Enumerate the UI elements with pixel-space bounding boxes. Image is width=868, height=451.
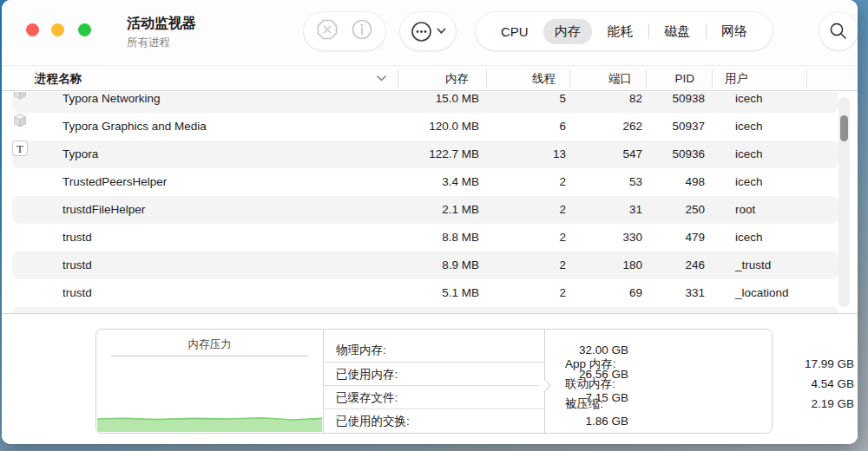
column-threads[interactable]: 线程 [475,66,556,91]
table-row[interactable]: trustdFileHelper2.1 MB231250root [12,196,838,224]
cube-icon [12,92,28,101]
chevron-down-icon [437,28,446,35]
column-pid[interactable]: PID [614,66,694,91]
stat-compressed: 被压缩: 2.19 GB [565,392,854,415]
pressure-baseline [111,356,308,356]
tab-network[interactable]: 网络 [710,19,759,44]
process-name: Typora [62,141,98,168]
more-options-button[interactable] [400,12,456,50]
process-pid: 250 [624,196,705,224]
process-threads: 2 [485,168,566,196]
tab-divider [706,23,707,39]
process-pid: 479 [624,224,705,252]
zoom-window-button[interactable] [78,23,91,36]
scrollbar-track[interactable] [838,97,850,307]
stats-group: 内存压力 物理内存: 32.00 GB 已使用内存: 26.56 GB [95,329,773,434]
process-memory: 120.0 MB [385,113,479,141]
table-row-partial[interactable] [12,307,838,313]
process-threads: 5 [485,92,566,113]
process-pid: 50936 [624,141,705,168]
memory-pressure-graph [97,415,322,432]
activity-monitor-window: 活动监视器 所有进程 [2,0,858,444]
process-pid: 331 [624,279,705,307]
stop-process-button[interactable] [316,18,339,44]
column-user[interactable]: 用户 [725,66,748,91]
process-name: TrustedPeersHelper [62,168,167,196]
process-threads: 13 [485,141,566,168]
process-pid: 246 [624,252,705,279]
desktop-background: 活动监视器 所有进程 [0,0,868,451]
process-user: _locationd [735,279,839,307]
cube-icon [12,113,28,128]
process-memory: 15.0 MB [385,92,479,113]
process-name: trustd [62,252,92,279]
process-threads: 2 [485,196,566,224]
process-table: trustd5.1 MB269331_locationdtrustd8.9 MB… [2,92,858,313]
column-separator [806,69,807,88]
table-row[interactable]: Typora Networking15.0 MB58250938icech [12,92,838,113]
column-separator [36,69,37,88]
process-name: Typora Graphics and Media [62,113,207,141]
process-memory: 2.1 MB [385,196,479,224]
process-memory: 8.9 MB [385,252,479,279]
tab-energy[interactable]: 能耗 [595,19,644,44]
process-memory: 8.8 MB [385,224,479,252]
process-user: icech [735,224,839,252]
process-memory: 3.4 MB [385,168,479,196]
column-process-name[interactable]: 进程名称 [35,66,82,91]
tab-cpu[interactable]: CPU [490,20,540,43]
process-name: trustd [62,279,92,307]
process-pid: 50938 [624,92,705,113]
memory-pressure-title: 内存压力 [96,337,323,352]
process-user: icech [735,168,839,196]
cube-icon [12,118,28,131]
process-pid: 498 [624,168,705,196]
process-action-group [304,12,385,50]
process-user: root [735,196,839,224]
process-name: trustdFileHelper [62,196,145,224]
window-subtitle: 所有进程 [127,36,170,50]
close-window-button[interactable] [26,23,39,36]
process-name: trustd [62,224,92,252]
table-header: 进程名称 内存 线程 端口 PID 用户 [2,65,858,91]
scrollbar-thumb[interactable] [840,115,848,141]
tab-disk[interactable]: 磁盘 [653,19,701,44]
process-user: icech [735,113,839,141]
view-tabs: CPU 内存 能耗 磁盘 网络 [476,12,773,50]
process-user: icech [735,92,839,113]
process-user: _trustd [735,252,839,279]
titlebar: 活动监视器 所有进程 [2,0,858,65]
process-memory: 5.1 MB [385,279,479,307]
search-button[interactable] [819,12,858,50]
process-threads: 2 [485,224,566,252]
memory-summary-panel: 内存压力 物理内存: 32.00 GB 已使用内存: 26.56 GB [2,313,858,444]
table-row[interactable]: trustd8.9 MB2180246_trustd [12,252,838,279]
magnifier-icon [828,21,849,42]
process-memory: 122.7 MB [385,141,479,168]
table-row[interactable]: TrustedPeersHelper3.4 MB253498icech [12,168,838,196]
process-threads: 2 [485,279,566,307]
typora-t-icon: T [12,142,28,155]
table-row[interactable]: TTypora122.7 MB1354750936icech [12,141,838,168]
ellipsis-circle-icon [411,21,432,42]
table-row[interactable]: trustd5.1 MB269331_locationd [12,279,838,307]
table-row[interactable]: Typora Graphics and Media120.0 MB6262509… [12,113,838,141]
panel-divider [323,330,324,433]
column-separator [712,69,713,88]
table-row[interactable]: trustd8.8 MB2330479icech [12,224,838,252]
cube-icon [12,92,28,103]
process-threads: 2 [485,252,566,279]
column-memory[interactable]: 内存 [375,66,469,91]
tab-divider [648,23,649,39]
tab-memory[interactable]: 内存 [543,19,592,44]
process-user: icech [735,141,839,168]
minimize-window-button[interactable] [51,23,64,36]
process-pid: 50937 [624,113,705,141]
window-title: 活动监视器 [127,15,196,33]
inspect-process-button[interactable] [351,18,373,44]
process-name: Typora Networking [62,92,161,113]
info-circle-icon [351,18,373,41]
octagon-x-icon [316,18,339,41]
process-threads: 6 [485,113,566,141]
